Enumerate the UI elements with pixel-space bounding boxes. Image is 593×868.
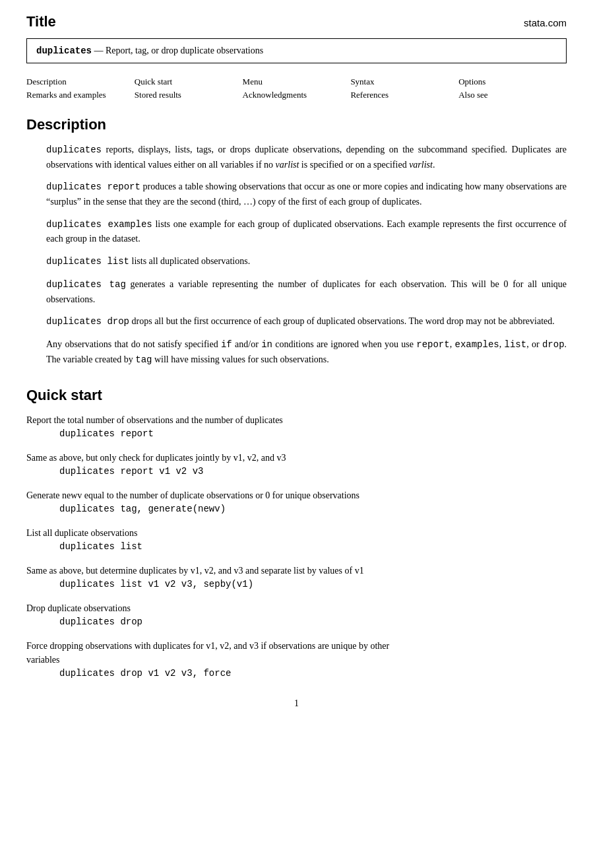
nav-description[interactable]: Description xyxy=(26,77,67,86)
desc-para-7: Any observations that do not satisfy spe… xyxy=(46,337,567,367)
nav-menu[interactable]: Menu xyxy=(243,77,263,86)
cmd-duplicates-drop: duplicates drop xyxy=(46,316,129,327)
qs-label-3: Generate newv equal to the number of dup… xyxy=(26,490,359,500)
qs-cmd-1: duplicates report xyxy=(59,428,567,439)
page-header: Title stata.com xyxy=(26,13,567,30)
nav-acknowledgments[interactable]: Acknowledgments xyxy=(243,90,307,100)
qs-item-1: Report the total number of observations … xyxy=(26,413,567,439)
nav-table: Description Quick start Menu Syntax Opti… xyxy=(26,75,567,102)
nav-remarks[interactable]: Remarks and examples xyxy=(26,90,106,100)
qs-cmd-3: duplicates tag, generate(newv) xyxy=(59,504,567,514)
command-description: Report, tag, or drop duplicate observati… xyxy=(106,46,263,55)
qs-label-5: Same as above, but determine duplicates … xyxy=(26,566,364,576)
description-section: Description duplicates reports, displays… xyxy=(26,116,567,367)
qs-cmd-2: duplicates report v1 v2 v3 xyxy=(59,466,567,477)
command-dash: — xyxy=(94,46,104,55)
command-name: duplicates xyxy=(36,46,92,56)
keyword-drop: drop xyxy=(542,339,565,350)
cmd-duplicates-tag: duplicates tag xyxy=(46,279,126,290)
command-box: duplicates — Report, tag, or drop duplic… xyxy=(26,38,567,63)
qs-label-2: Same as above, but only check for duplic… xyxy=(26,453,286,463)
desc-para-2: duplicates report produces a table showi… xyxy=(46,180,567,209)
nav-stored[interactable]: Stored results xyxy=(135,90,181,100)
qs-item-2: Same as above, but only check for duplic… xyxy=(26,451,567,477)
qs-label-1: Report the total number of observations … xyxy=(26,415,283,425)
page-title: Title xyxy=(26,13,56,30)
qs-item-7: Force dropping observations with duplica… xyxy=(26,639,567,679)
nav-quickstart[interactable]: Quick start xyxy=(135,77,172,86)
desc-para-4: duplicates list lists all duplicated obs… xyxy=(46,254,567,269)
qs-item-4: List all duplicate observations duplicat… xyxy=(26,526,567,552)
desc-para-1: duplicates reports, displays, lists, tag… xyxy=(46,143,567,172)
stata-logo: stata.com xyxy=(524,17,567,28)
nav-options[interactable]: Options xyxy=(458,77,485,86)
nav-references[interactable]: References xyxy=(350,90,389,100)
keyword-in: in xyxy=(261,339,272,350)
keyword-list: list xyxy=(505,339,527,350)
qs-label-6: Drop duplicate observations xyxy=(26,603,131,613)
quickstart-heading: Quick start xyxy=(26,387,567,404)
keyword-examples: examples xyxy=(455,339,499,350)
qs-item-6: Drop duplicate observations duplicates d… xyxy=(26,601,567,627)
varlist-2: varlist xyxy=(409,160,433,170)
cmd-duplicates-1: duplicates xyxy=(46,145,102,155)
keyword-if: if xyxy=(221,339,232,350)
qs-cmd-4: duplicates list xyxy=(59,541,567,552)
keyword-report: report xyxy=(416,339,449,350)
quickstart-section: Quick start Report the total number of o… xyxy=(26,387,567,679)
description-heading: Description xyxy=(26,116,567,133)
qs-cmd-7: duplicates drop v1 v2 v3, force xyxy=(59,668,567,679)
qs-label-4: List all duplicate observations xyxy=(26,528,137,538)
desc-para-6: duplicates drop drops all but the first … xyxy=(46,314,567,329)
qs-label-7: Force dropping observations with duplica… xyxy=(26,641,389,665)
qs-item-5: Same as above, but determine duplicates … xyxy=(26,564,567,589)
page-number: 1 xyxy=(26,698,567,709)
desc-para-5: duplicates tag generates a variable repr… xyxy=(46,277,567,306)
qs-cmd-6: duplicates drop xyxy=(59,617,567,627)
cmd-duplicates-list: duplicates list xyxy=(46,256,129,267)
nav-syntax[interactable]: Syntax xyxy=(350,77,374,86)
qs-item-3: Generate newv equal to the number of dup… xyxy=(26,488,567,514)
nav-alsosee[interactable]: Also see xyxy=(458,90,487,100)
cmd-duplicates-examples: duplicates examples xyxy=(46,219,152,230)
qs-cmd-5: duplicates list v1 v2 v3, sepby(v1) xyxy=(59,579,567,589)
varlist-1: varlist xyxy=(276,160,299,170)
cmd-duplicates-report: duplicates report xyxy=(46,182,140,192)
desc-para-3: duplicates examples lists one example fo… xyxy=(46,217,567,246)
keyword-tag: tag xyxy=(135,354,152,365)
